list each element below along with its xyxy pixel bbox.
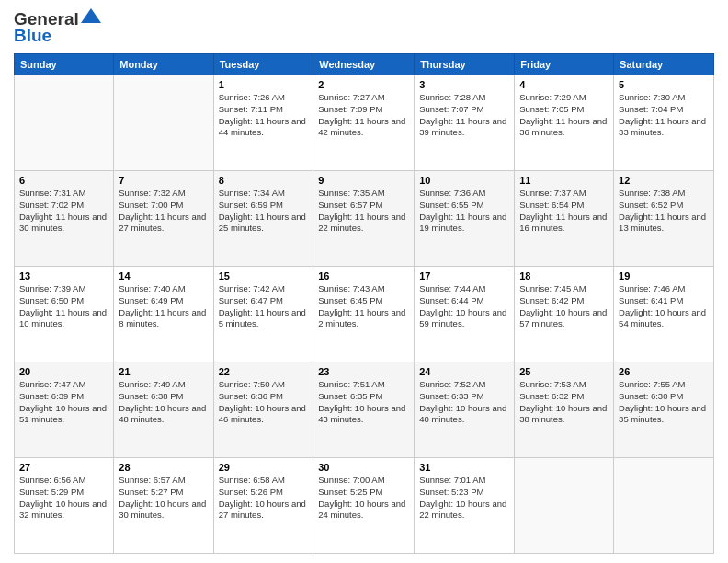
calendar-cell: 23 Sunrise: 7:51 AMSunset: 6:35 PMDaylig… <box>313 362 415 458</box>
sunrise-text: Sunrise: 7:40 AMSunset: 6:49 PMDaylight:… <box>119 283 206 328</box>
sunrise-text: Sunrise: 7:32 AMSunset: 7:00 PMDaylight:… <box>119 188 206 233</box>
day-number: 18 <box>519 270 609 282</box>
calendar-cell: 24 Sunrise: 7:52 AMSunset: 6:33 PMDaylig… <box>415 362 515 458</box>
sunrise-text: Sunrise: 6:56 AMSunset: 5:29 PMDaylight:… <box>19 475 107 520</box>
sunrise-text: Sunrise: 7:50 AMSunset: 6:36 PMDaylight:… <box>219 379 306 424</box>
calendar-cell: 27 Sunrise: 6:56 AMSunset: 5:29 PMDaylig… <box>15 458 114 554</box>
day-number: 14 <box>119 270 208 282</box>
sunrise-text: Sunrise: 7:55 AMSunset: 6:30 PMDaylight:… <box>619 379 706 424</box>
day-number: 31 <box>419 462 509 473</box>
calendar-week-row: 20 Sunrise: 7:47 AMSunset: 6:39 PMDaylig… <box>15 362 714 458</box>
day-number: 1 <box>219 79 309 90</box>
calendar-cell: 30 Sunrise: 7:00 AMSunset: 5:25 PMDaylig… <box>313 458 415 554</box>
page: General Blue SundayMondayTuesdayWednesda… <box>0 0 728 563</box>
header: General Blue <box>14 9 714 46</box>
sunrise-text: Sunrise: 7:01 AMSunset: 5:23 PMDaylight:… <box>419 475 506 520</box>
dow-header: Friday <box>515 54 614 75</box>
sunrise-text: Sunrise: 7:46 AMSunset: 6:41 PMDaylight:… <box>619 283 706 328</box>
calendar-cell: 31 Sunrise: 7:01 AMSunset: 5:23 PMDaylig… <box>415 458 515 554</box>
dow-header: Saturday <box>614 54 714 75</box>
day-number: 17 <box>419 270 509 282</box>
calendar-cell: 18 Sunrise: 7:45 AMSunset: 6:42 PMDaylig… <box>515 267 614 362</box>
sunrise-text: Sunrise: 7:43 AMSunset: 6:45 PMDaylight:… <box>318 283 405 328</box>
sunrise-text: Sunrise: 7:49 AMSunset: 6:38 PMDaylight:… <box>119 379 206 424</box>
calendar-week-row: 27 Sunrise: 6:56 AMSunset: 5:29 PMDaylig… <box>15 458 714 554</box>
calendar-cell: 4 Sunrise: 7:29 AMSunset: 7:05 PMDayligh… <box>515 75 614 171</box>
calendar-cell <box>614 458 714 554</box>
calendar-cell: 3 Sunrise: 7:28 AMSunset: 7:07 PMDayligh… <box>415 75 515 171</box>
calendar-cell: 29 Sunrise: 6:58 AMSunset: 5:26 PMDaylig… <box>213 458 313 554</box>
calendar-week-row: 1 Sunrise: 7:26 AMSunset: 7:11 PMDayligh… <box>15 75 714 171</box>
calendar-cell: 28 Sunrise: 6:57 AMSunset: 5:27 PMDaylig… <box>114 458 213 554</box>
day-number: 5 <box>619 79 709 90</box>
day-number: 28 <box>119 462 208 473</box>
logo-blue: Blue <box>14 26 51 46</box>
sunrise-text: Sunrise: 7:38 AMSunset: 6:52 PMDaylight:… <box>619 188 706 233</box>
calendar-cell: 12 Sunrise: 7:38 AMSunset: 6:52 PMDaylig… <box>614 171 714 267</box>
day-number: 8 <box>219 175 309 186</box>
dow-header: Monday <box>114 54 213 75</box>
day-number: 16 <box>318 270 409 282</box>
dow-header: Thursday <box>415 54 515 75</box>
calendar-table: SundayMondayTuesdayWednesdayThursdayFrid… <box>14 53 714 554</box>
calendar-cell: 19 Sunrise: 7:46 AMSunset: 6:41 PMDaylig… <box>614 267 714 362</box>
day-number: 13 <box>19 270 108 282</box>
calendar-cell <box>515 458 614 554</box>
sunrise-text: Sunrise: 7:35 AMSunset: 6:57 PMDaylight:… <box>318 188 405 233</box>
sunrise-text: Sunrise: 7:31 AMSunset: 7:02 PMDaylight:… <box>19 188 107 233</box>
calendar-cell <box>114 75 213 171</box>
day-number: 20 <box>19 366 108 377</box>
day-number: 4 <box>519 79 609 90</box>
day-number: 10 <box>419 175 509 186</box>
calendar-cell: 22 Sunrise: 7:50 AMSunset: 6:36 PMDaylig… <box>213 362 313 458</box>
dow-header: Wednesday <box>313 54 415 75</box>
calendar-cell: 10 Sunrise: 7:36 AMSunset: 6:55 PMDaylig… <box>415 171 515 267</box>
sunrise-text: Sunrise: 6:57 AMSunset: 5:27 PMDaylight:… <box>119 475 206 520</box>
sunrise-text: Sunrise: 7:27 AMSunset: 7:09 PMDaylight:… <box>318 92 405 137</box>
logo: General Blue <box>14 9 101 46</box>
sunrise-text: Sunrise: 6:58 AMSunset: 5:26 PMDaylight:… <box>219 475 306 520</box>
sunrise-text: Sunrise: 7:44 AMSunset: 6:44 PMDaylight:… <box>419 283 506 328</box>
day-number: 11 <box>519 175 609 186</box>
day-number: 19 <box>619 270 709 282</box>
sunrise-text: Sunrise: 7:47 AMSunset: 6:39 PMDaylight:… <box>19 379 107 424</box>
day-number: 29 <box>219 462 309 473</box>
day-number: 30 <box>318 462 409 473</box>
sunrise-text: Sunrise: 7:53 AMSunset: 6:32 PMDaylight:… <box>519 379 607 424</box>
sunrise-text: Sunrise: 7:36 AMSunset: 6:55 PMDaylight:… <box>419 188 506 233</box>
sunrise-text: Sunrise: 7:26 AMSunset: 7:11 PMDaylight:… <box>219 92 306 137</box>
sunrise-text: Sunrise: 7:39 AMSunset: 6:50 PMDaylight:… <box>19 283 107 328</box>
calendar-cell: 16 Sunrise: 7:43 AMSunset: 6:45 PMDaylig… <box>313 267 415 362</box>
dow-header: Tuesday <box>213 54 313 75</box>
calendar-cell <box>15 75 114 171</box>
calendar-cell: 13 Sunrise: 7:39 AMSunset: 6:50 PMDaylig… <box>15 267 114 362</box>
sunrise-text: Sunrise: 7:28 AMSunset: 7:07 PMDaylight:… <box>419 92 506 137</box>
sunrise-text: Sunrise: 7:52 AMSunset: 6:33 PMDaylight:… <box>419 379 506 424</box>
day-number: 9 <box>318 175 409 186</box>
day-number: 22 <box>219 366 309 377</box>
day-number: 7 <box>119 175 208 186</box>
sunrise-text: Sunrise: 7:42 AMSunset: 6:47 PMDaylight:… <box>219 283 306 328</box>
sunrise-text: Sunrise: 7:29 AMSunset: 7:05 PMDaylight:… <box>519 92 607 137</box>
calendar-cell: 2 Sunrise: 7:27 AMSunset: 7:09 PMDayligh… <box>313 75 415 171</box>
dow-header: Sunday <box>15 54 114 75</box>
calendar-cell: 9 Sunrise: 7:35 AMSunset: 6:57 PMDayligh… <box>313 171 415 267</box>
calendar-cell: 7 Sunrise: 7:32 AMSunset: 7:00 PMDayligh… <box>114 171 213 267</box>
calendar-week-row: 13 Sunrise: 7:39 AMSunset: 6:50 PMDaylig… <box>15 267 714 362</box>
calendar-week-row: 6 Sunrise: 7:31 AMSunset: 7:02 PMDayligh… <box>15 171 714 267</box>
day-number: 12 <box>619 175 709 186</box>
sunrise-text: Sunrise: 7:00 AMSunset: 5:25 PMDaylight:… <box>318 475 405 520</box>
day-number: 6 <box>19 175 108 186</box>
day-number: 26 <box>619 366 709 377</box>
sunrise-text: Sunrise: 7:34 AMSunset: 6:59 PMDaylight:… <box>219 188 306 233</box>
logo-triangle-icon <box>81 8 101 23</box>
calendar-cell: 20 Sunrise: 7:47 AMSunset: 6:39 PMDaylig… <box>15 362 114 458</box>
calendar-cell: 5 Sunrise: 7:30 AMSunset: 7:04 PMDayligh… <box>614 75 714 171</box>
calendar-cell: 21 Sunrise: 7:49 AMSunset: 6:38 PMDaylig… <box>114 362 213 458</box>
day-number: 3 <box>419 79 509 90</box>
svg-marker-0 <box>81 8 101 23</box>
calendar-cell: 17 Sunrise: 7:44 AMSunset: 6:44 PMDaylig… <box>415 267 515 362</box>
calendar-cell: 8 Sunrise: 7:34 AMSunset: 6:59 PMDayligh… <box>213 171 313 267</box>
day-number: 25 <box>519 366 609 377</box>
day-number: 15 <box>219 270 309 282</box>
